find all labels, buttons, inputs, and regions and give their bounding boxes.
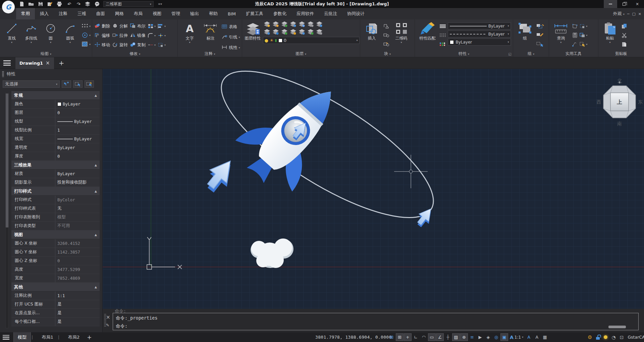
color-select[interactable]: ByLayer▾ (448, 39, 511, 46)
block-attr-icon[interactable] (383, 31, 390, 39)
props-row[interactable]: 厚度0 (11, 152, 100, 161)
toggle-zoom-preview[interactable]: ◎ (492, 333, 500, 341)
properties-scrollbar[interactable] (5, 92, 9, 328)
palette-icon[interactable] (439, 40, 446, 48)
toggle-angle-snap[interactable]: ∠ (436, 333, 444, 341)
toggle-ortho-mode[interactable]: ∟ (412, 333, 420, 341)
props-row[interactable]: 圆心 X 坐标3260.4152 (11, 239, 100, 248)
layer-tool-icon-9[interactable] (272, 28, 279, 36)
props-row[interactable]: 打印样式表无 (11, 204, 100, 213)
block-def-icon[interactable] (383, 40, 390, 48)
fillet-icon[interactable]: ▾ (148, 33, 156, 38)
hatch-icon[interactable]: ▾ (81, 40, 91, 48)
panel-footer-clipboard[interactable]: 剪贴板 (598, 51, 644, 57)
toggle-isodraft[interactable]: ⊕ (460, 333, 468, 341)
brk-icon[interactable]: ▾ (158, 33, 166, 38)
bulb-icon[interactable] (604, 335, 607, 339)
linetype-icon[interactable] (439, 31, 446, 39)
app-logo-icon[interactable]: G (2, 1, 15, 13)
insert-block-button[interactable]: 插入 (362, 21, 382, 41)
layer-tool-icon-3[interactable] (281, 21, 288, 28)
point-grid-icon[interactable]: ▾ (81, 22, 91, 30)
ribbon-tab-扩展工具[interactable]: 扩展工具 (241, 8, 268, 19)
unlock-icon[interactable] (596, 337, 600, 340)
props-row[interactable]: 圆心 Z 坐标0 (11, 257, 100, 265)
props-row[interactable]: 打印样式ByColor (11, 196, 100, 204)
props-row[interactable]: 宽度7852.4869 (11, 274, 100, 283)
ribbon-tab-管理[interactable]: 管理 (166, 8, 185, 19)
layer-tool-icon-5[interactable] (298, 21, 306, 28)
layer-tool-icon-11[interactable] (289, 28, 297, 36)
layer-tool-icon-6[interactable] (307, 21, 314, 28)
status-hamburger-icon[interactable] (3, 335, 9, 340)
gear-icon[interactable]: ⚙ (588, 334, 592, 340)
props-row[interactable]: 注释比例1:1 (11, 291, 100, 300)
layer-tool-icon-12[interactable] (298, 28, 306, 36)
group-edit-icon[interactable] (536, 31, 544, 39)
props-row[interactable]: 材质ByLayer (11, 169, 100, 178)
redo-icon[interactable]: ↷▾ (75, 1, 81, 7)
ribbon-tab-输出[interactable]: 输出 (185, 8, 204, 19)
draw-polyline-button[interactable]: 多段线▾ (21, 21, 41, 44)
props-row[interactable]: 每个视口都...是 (11, 318, 100, 326)
panel-footer-group[interactable]: 组 ▾ (513, 51, 549, 57)
save-icon[interactable] (38, 1, 44, 7)
paste-special-icon[interactable] (621, 40, 627, 48)
props-row[interactable]: 阴影显示投射和接收阴影 (11, 178, 100, 187)
appearance-dropdown[interactable]: 外观 ▾ (613, 11, 625, 17)
properties-header[interactable]: 特性 (0, 69, 102, 79)
minimize-button[interactable] (604, 0, 617, 8)
panel-footer-draw[interactable]: 绘图 ▾ (0, 51, 92, 57)
layout-tab-布局2[interactable]: 布局2 (64, 332, 84, 342)
layout-tab-布局1[interactable]: 布局1 (38, 332, 57, 342)
copy-clip-icon[interactable] (621, 22, 627, 30)
ribbon-tab-参数化[interactable]: 参数化 (268, 8, 291, 19)
text-button[interactable]: A 文字▾ (180, 21, 199, 44)
layer-select[interactable]: ● ☀ ▮ 0 ▾ (263, 37, 360, 44)
toggle-cell-grid[interactable]: ▦ (541, 333, 549, 341)
toggle-selection-cursor[interactable]: ▶ (476, 333, 484, 341)
ribbon-tab-帮助[interactable]: 帮助 (204, 8, 223, 19)
donut-icon[interactable]: ▾ (81, 31, 91, 39)
ribbon-tab-常用[interactable]: 常用 (16, 8, 35, 19)
ribbon-tab-应用软件[interactable]: 应用软件 (291, 8, 319, 19)
layer-tool-icon-1[interactable] (263, 21, 271, 28)
annotation-table-button[interactable]: 表格 (221, 22, 240, 31)
ribbon-tab-注释[interactable]: 注释 (54, 8, 72, 19)
selection-filter-select[interactable]: 无选择▾ (3, 80, 60, 88)
layer-tool-icon-10[interactable] (281, 28, 288, 36)
toggle-dynamic-input[interactable]: + (404, 333, 412, 341)
document-tab[interactable]: Drawing1 × (15, 57, 54, 69)
qr-code-button[interactable]: 二维码▾ (392, 21, 411, 44)
angle-measure-icon[interactable] (572, 22, 578, 30)
draw-line-button[interactable]: 直线▾ (2, 21, 21, 44)
props-section-header[interactable]: 三维效果▲ (11, 161, 100, 169)
toggle-object-snap[interactable]: ▭ (428, 333, 436, 341)
toggle-annotation-autoscale[interactable]: A (533, 333, 541, 341)
ribbon-tab-协同设计[interactable]: 协同设计 (342, 8, 370, 19)
layer-tool-icon-14[interactable] (316, 28, 323, 36)
toggle-snap-mode[interactable]: ⊞ (388, 333, 395, 341)
panel-footer-annotation[interactable]: 注释 ▾ (178, 51, 241, 57)
doc-minimize-button[interactable]: ─ (627, 12, 630, 16)
drawing-canvas[interactable]: 上 北 南 西 东 (103, 69, 644, 309)
layer-tool-icon-2[interactable] (272, 21, 279, 28)
props-row[interactable]: 打印表类型不可用 (11, 222, 100, 230)
cut-icon[interactable] (621, 31, 627, 39)
lineweight-icon[interactable] (439, 22, 446, 30)
print-icon[interactable] (56, 1, 62, 7)
props-section-header[interactable]: 打印样式▲ (11, 187, 100, 196)
array4-icon[interactable]: ▾ (148, 23, 156, 29)
toggle-polar-tracking[interactable]: ◠ (420, 333, 428, 341)
modify-offset-button[interactable]: 偏移 (94, 32, 110, 39)
props-row[interactable]: 高度3477.5299 (11, 265, 100, 274)
save-as-icon[interactable] (47, 1, 53, 7)
props-row[interactable]: 打印表附着到模型 (11, 213, 100, 222)
ribbon-tab-视图[interactable]: 视图 (148, 8, 166, 19)
new-tab-button[interactable]: + (59, 59, 64, 67)
props-row[interactable]: 线型ByLayer (11, 117, 100, 126)
group-select-icon[interactable] (536, 40, 544, 48)
add-layout-button[interactable]: + (87, 334, 92, 341)
modify-eraser-button[interactable]: 删除 (94, 23, 110, 29)
props-row[interactable]: 圆心 Y 坐标1142.3857 (11, 248, 100, 257)
